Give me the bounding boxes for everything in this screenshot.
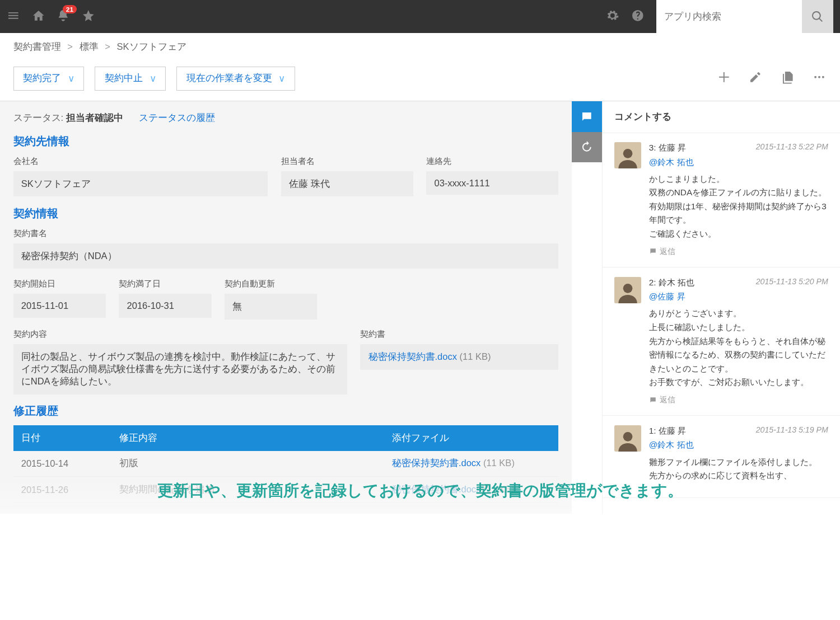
comment-time: 2015-11-13 5:20 PM xyxy=(756,277,828,289)
doc-link[interactable]: 秘密保持契約書.docx xyxy=(368,351,457,361)
end-label: 契約満了日 xyxy=(119,278,211,290)
comment-mention[interactable]: @鈴木 拓也 xyxy=(649,439,828,451)
comment-author: 2: 鈴木 拓也 xyxy=(649,277,694,289)
chevron-down-icon: ∨ xyxy=(278,73,285,84)
comment-text: ありがとうございます。 上長に確認いたしました。 先方から検証結果等をもらうと、… xyxy=(649,307,828,389)
top-bar: 21 xyxy=(0,0,840,33)
status-label: ステータス: xyxy=(13,112,64,123)
comment-author: 1: 佐藤 昇 xyxy=(649,425,686,437)
comment-column: コメントする 3: 佐藤 昇 2015-11-13 5:22 PM @鈴木 拓也… xyxy=(602,101,840,513)
chevron-down-icon: ∨ xyxy=(68,73,74,84)
breadcrumb-item[interactable]: 標準 xyxy=(80,41,99,51)
add-icon[interactable] xyxy=(717,71,731,86)
phone-label: 連絡先 xyxy=(426,156,558,167)
svg-point-4 xyxy=(623,284,633,293)
content-label: 契約内容 xyxy=(13,328,347,340)
start-label: 契約開始日 xyxy=(13,278,106,290)
doc-size: (11 KB) xyxy=(460,351,491,361)
comment-tab-icon[interactable] xyxy=(572,101,602,131)
comment-item: 3: 佐藤 昇 2015-11-13 5:22 PM @鈴木 拓也 かしこまりま… xyxy=(603,133,840,268)
cancel-button[interactable]: 契約中止∨ xyxy=(95,67,166,91)
bell-icon[interactable]: 21 xyxy=(57,9,70,25)
comment-item: 2: 鈴木 拓也 2015-11-13 5:20 PM @佐藤 昇 ありがとうご… xyxy=(603,267,840,416)
search-button[interactable] xyxy=(802,0,834,33)
table-row: 2015-11-26 契約期間の記載を追加 秘密保持契約書.docx (11 K… xyxy=(13,477,559,503)
content-value: 同社の製品と、サイボウズ製品の連携を検討中。動作検証にあたって、サイボウズ製品の… xyxy=(13,344,347,394)
revision-table: 日付 修正内容 添付ファイル 2015-10-14 初版 秘密保持契約書.doc… xyxy=(13,425,559,503)
star-icon[interactable] xyxy=(82,9,95,25)
history-tab-icon[interactable] xyxy=(572,132,602,162)
contract-name-label: 契約書名 xyxy=(13,228,559,239)
svg-point-1 xyxy=(818,76,820,78)
phone-value: 03-xxxx-1111 xyxy=(426,171,558,195)
breadcrumb-item[interactable]: 契約書管理 xyxy=(13,41,61,51)
svg-point-3 xyxy=(623,149,633,158)
comment-text: 雛形ファイル欄にファイルを添付しました。 先方からの求めに応じて資料を出す、 xyxy=(649,455,828,483)
breadcrumb-item[interactable]: SKソフトフェア xyxy=(117,41,186,51)
section-title-contract: 契約情報 xyxy=(13,206,559,221)
comment-header[interactable]: コメントする xyxy=(603,101,840,133)
search-input[interactable] xyxy=(656,0,802,33)
section-title-party: 契約先情報 xyxy=(13,134,559,149)
breadcrumb: 契約書管理 > 標準 > SKソフトフェア xyxy=(0,33,840,61)
menu-icon[interactable] xyxy=(7,9,20,25)
contact-value: 佐藤 珠代 xyxy=(281,171,413,197)
comment-item: 1: 佐藤 昇 2015-11-13 5:19 PM @鈴木 拓也 雛形ファイル… xyxy=(603,416,840,497)
home-icon[interactable] xyxy=(32,9,45,25)
table-row: 2015-10-14 初版 秘密保持契約書.docx (11 KB) xyxy=(13,451,559,477)
avatar xyxy=(614,142,641,168)
comment-mention[interactable]: @鈴木 拓也 xyxy=(649,157,828,168)
avatar xyxy=(614,277,641,303)
status-history-link[interactable]: ステータスの履歴 xyxy=(139,112,215,123)
contract-name-value: 秘密保持契約（NDA） xyxy=(13,243,559,269)
copy-icon[interactable] xyxy=(781,71,794,86)
contact-label: 担当者名 xyxy=(281,156,413,167)
col-desc: 修正内容 xyxy=(111,425,384,451)
chevron-down-icon: ∨ xyxy=(150,73,156,84)
reply-button[interactable]: 返信 xyxy=(649,246,675,257)
edit-icon[interactable] xyxy=(749,71,762,86)
doc-label: 契約書 xyxy=(360,328,558,340)
renew-value: 無 xyxy=(225,294,317,320)
change-worker-button[interactable]: 現在の作業者を変更∨ xyxy=(176,67,295,91)
svg-point-2 xyxy=(822,76,824,78)
end-value: 2016-10-31 xyxy=(119,294,211,318)
comment-text: かしこまりました。 双務のNDAを修正ファイルの方に貼りました。 有効期限は1年… xyxy=(649,172,828,241)
col-date: 日付 xyxy=(13,425,111,451)
file-link[interactable]: 秘密保持契約書.docx xyxy=(392,484,480,494)
search-box xyxy=(656,0,833,33)
main-column: ステータス: 担当者確認中 ステータスの履歴 契約先情報 会社名 SKソフトフェ… xyxy=(0,101,572,513)
start-value: 2015-11-01 xyxy=(13,294,106,318)
comment-time: 2015-11-13 5:22 PM xyxy=(756,142,828,154)
notification-badge: 21 xyxy=(63,5,77,13)
company-label: 会社名 xyxy=(13,156,268,167)
file-link[interactable]: 秘密保持契約書.docx xyxy=(392,458,480,468)
renew-label: 契約自動更新 xyxy=(225,278,317,290)
avatar xyxy=(614,425,641,452)
svg-point-5 xyxy=(623,432,633,441)
more-icon[interactable] xyxy=(812,71,827,86)
side-rail xyxy=(572,101,602,513)
status-row: ステータス: 担当者確認中 ステータスの履歴 xyxy=(13,112,559,124)
section-title-revisions: 修正履歴 xyxy=(13,403,559,419)
help-icon[interactable] xyxy=(631,9,645,25)
doc-value[interactable]: 秘密保持契約書.docx (11 KB) xyxy=(360,344,558,370)
status-value: 担当者確認中 xyxy=(66,112,123,123)
comment-mention[interactable]: @佐藤 昇 xyxy=(649,291,828,303)
gear-icon[interactable] xyxy=(606,9,619,25)
company-value: SKソフトフェア xyxy=(13,171,268,197)
action-row: 契約完了∨ 契約中止∨ 現在の作業者を変更∨ xyxy=(0,61,840,101)
complete-button[interactable]: 契約完了∨ xyxy=(13,67,85,91)
comment-time: 2015-11-13 5:19 PM xyxy=(756,425,828,437)
comment-author: 3: 佐藤 昇 xyxy=(649,142,686,154)
svg-point-0 xyxy=(815,76,817,78)
col-attach: 添付ファイル xyxy=(384,425,559,451)
reply-button[interactable]: 返信 xyxy=(649,394,675,405)
